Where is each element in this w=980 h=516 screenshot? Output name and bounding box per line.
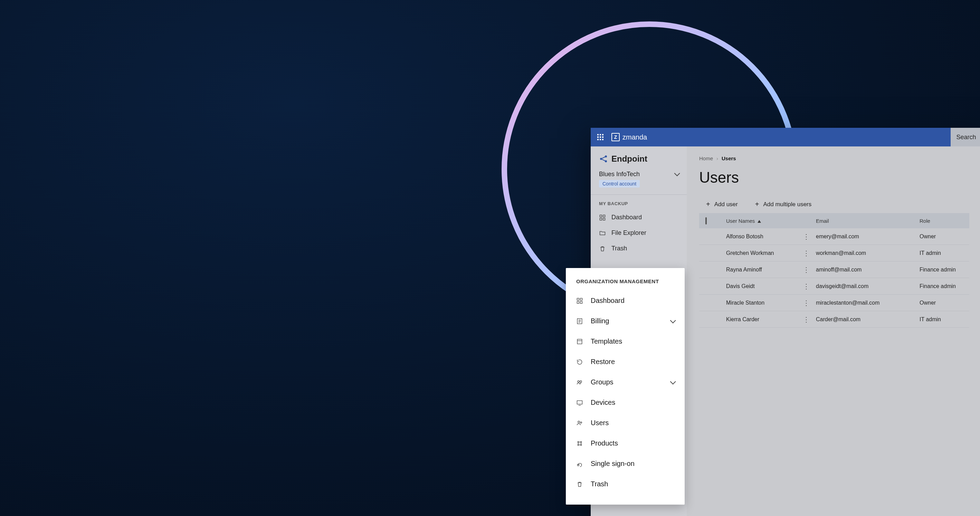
sort-ascending-icon [757,218,761,224]
plus-icon [706,201,710,208]
svg-rect-4 [597,137,599,138]
svg-point-26 [578,421,580,423]
svg-rect-18 [580,298,582,300]
user-email: davisgeidt@mail.com [816,283,920,289]
row-menu-button[interactable] [803,299,810,307]
row-menu-button[interactable] [803,232,810,241]
table-row[interactable]: Rayna Aminoffaminoff@mail.comFinance adm… [699,262,969,278]
svg-point-30 [578,444,579,445]
groups-icon [576,379,583,386]
user-name: Gretchen Workman [726,250,774,256]
svg-rect-16 [603,218,605,220]
org-name: Blues InfoTech [599,171,640,178]
org-panel-item-label: Groups [591,378,614,386]
svg-rect-15 [600,218,602,220]
panel-section-label: ORGANIZATION MANAGEMENT [566,278,685,291]
breadcrumb: Home › Users [699,156,969,161]
svg-rect-20 [580,301,582,303]
column-header-name[interactable]: User Names [726,218,816,224]
topbar: Z zmanda Search [591,128,980,146]
org-panel-item-billing[interactable]: Billing [566,311,685,331]
table-header: User Names Email Role [699,213,969,228]
row-menu-button[interactable] [803,249,810,257]
org-panel-item-label: Billing [591,317,609,325]
org-panel-item-groups[interactable]: Groups [566,372,685,392]
column-header-email[interactable]: Email [816,218,920,224]
chevron-right-icon: › [716,156,718,161]
waffle-icon [597,134,603,140]
product-name: Endpoint [611,154,648,164]
org-panel-item-label: Users [591,419,609,427]
svg-rect-6 [602,137,603,138]
sidebar-item-label: File Explorer [611,229,646,237]
dashboard-icon [599,214,606,221]
breadcrumb-root[interactable]: Home [699,156,713,161]
svg-point-29 [581,441,582,443]
sidebar-item-label: Dashboard [611,214,642,221]
sidebar-item-file-explorer[interactable]: File Explorer [591,225,687,241]
product-header: Endpoint [591,146,687,168]
user-role: Owner [920,300,980,306]
org-panel-item-single-sign-on[interactable]: Single sign-on [566,454,685,474]
svg-rect-13 [600,215,602,217]
svg-rect-14 [603,215,605,217]
user-role: Owner [920,233,980,240]
row-menu-button[interactable] [803,315,810,324]
sidebar-item-label: Trash [611,245,627,252]
select-all-checkbox[interactable] [705,217,707,224]
table-row[interactable]: Miracle Stantonmiraclestanton@mail.comOw… [699,295,969,311]
sidebar-item-trash[interactable]: Trash [591,241,687,256]
table-row[interactable]: Alfonso Botoshemery@mail.comOwner [699,228,969,245]
billing-icon [576,318,583,325]
breadcrumb-current: Users [722,156,736,161]
org-tag: Control account [599,180,640,187]
table-row[interactable]: Kierra CarderCarder@mail.comIT admin [699,311,969,328]
row-menu-button[interactable] [803,282,810,291]
app-launcher-button[interactable] [591,134,610,140]
table-row[interactable]: Davis Geidtdavisgeidt@mail.comFinance ad… [699,278,969,295]
chevron-down-icon [674,171,678,178]
svg-point-27 [580,422,582,423]
svg-rect-25 [577,401,582,404]
page-actions: Add user Add multiple users [699,201,969,208]
org-panel-item-devices[interactable]: Devices [566,392,685,413]
sidebar-item-dashboard[interactable]: Dashboard [591,210,687,225]
svg-rect-19 [577,301,579,303]
org-panel-item-trash[interactable]: Trash [566,474,685,494]
org-panel-item-label: Products [591,439,618,447]
add-user-button[interactable]: Add user [706,201,738,208]
svg-rect-5 [600,137,601,138]
row-menu-button[interactable] [803,265,810,274]
user-role: Finance admin [920,283,980,289]
org-panel-item-products[interactable]: Products [566,433,685,454]
users-table: User Names Email Role Alfonso Botoshemer… [699,213,969,328]
add-multiple-users-button[interactable]: Add multiple users [755,201,812,208]
user-name: Miracle Stanton [726,300,764,306]
endpoint-logo-icon [599,154,608,164]
search-button[interactable]: Search [951,128,980,146]
trash-icon [599,245,606,252]
user-email: Carder@mail.com [816,316,920,322]
table-row[interactable]: Gretchen Workmanworkman@mail.comIT admin [699,245,969,262]
org-selector[interactable]: Blues InfoTech [599,171,678,178]
chevron-down-icon [670,378,674,386]
org-panel-item-templates[interactable]: Templates [566,331,685,352]
column-header-role[interactable]: Role [920,218,980,224]
svg-rect-8 [600,139,601,140]
user-email: miraclestanton@mail.com [816,300,920,306]
svg-rect-3 [602,134,603,135]
action-label: Add multiple users [763,201,811,208]
user-name: Rayna Aminoff [726,267,762,273]
org-panel-item-restore[interactable]: Restore [566,352,685,372]
dashboard-icon [576,297,583,304]
restore-icon [576,359,583,365]
search-label: Search [956,134,976,141]
svg-rect-2 [600,134,601,135]
user-name: Kierra Carder [726,316,759,322]
devices-icon [576,399,583,406]
user-email: aminoff@mail.com [816,267,920,273]
org-panel-item-label: Templates [591,337,622,345]
org-panel-item-users[interactable]: Users [566,413,685,433]
svg-rect-7 [597,139,599,140]
org-panel-item-dashboard[interactable]: Dashboard [566,291,685,311]
